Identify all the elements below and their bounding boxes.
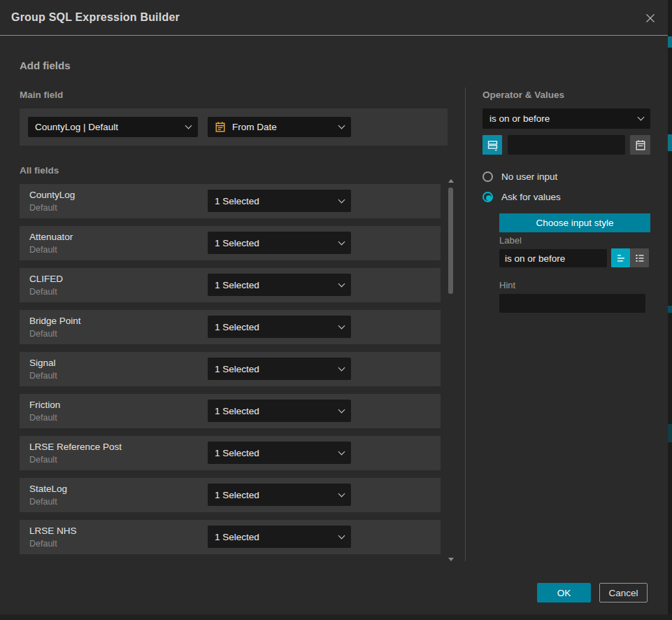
field-name: CountyLog	[29, 190, 75, 200]
ok-button[interactable]: OK	[537, 583, 591, 603]
field-row: StateLog Default 1 Selected	[20, 478, 441, 512]
close-icon[interactable]	[643, 10, 658, 26]
chevron-down-icon	[338, 532, 345, 539]
label-input[interactable]	[499, 249, 607, 267]
chevron-down-icon	[338, 448, 345, 455]
input-style-single-line-button[interactable]	[611, 248, 630, 267]
input-style-list-button[interactable]	[630, 248, 649, 267]
field-selection-value: 1 Selected	[215, 238, 334, 248]
radio-ask-for-values-label: Ask for values	[501, 192, 561, 202]
main-field-heading: Main field	[20, 90, 63, 100]
date-picker-button[interactable]	[630, 135, 650, 155]
radio-circle-icon	[482, 192, 493, 202]
all-fields-list: CountyLog Default 1 Selected Attenuator …	[20, 184, 441, 562]
chevron-down-icon	[338, 490, 345, 497]
field-name: LRSE NHS	[29, 526, 77, 536]
all-fields-heading: All fields	[20, 165, 59, 176]
radio-ask-for-values[interactable]: Ask for values	[482, 192, 561, 202]
date-value-input[interactable]	[508, 135, 625, 155]
field-type: Default	[29, 245, 57, 255]
field-name: Bridge Point	[29, 316, 81, 326]
add-fields-heading: Add fields	[20, 59, 71, 71]
list-scrollbar[interactable]	[448, 179, 455, 561]
background-app-right-edge	[668, 0, 672, 620]
chevron-down-icon	[338, 364, 345, 371]
field-selection-value: 1 Selected	[215, 280, 334, 290]
field-type: Default	[29, 203, 57, 213]
field-row: Friction Default 1 Selected	[20, 394, 441, 428]
field-type: Default	[29, 455, 57, 465]
dialog-title: Group SQL Expression Builder	[11, 11, 180, 24]
field-row: Attenuator Default 1 Selected	[20, 226, 441, 260]
background-teal-fragment	[668, 306, 672, 313]
main-field-box: CountyLog | Default From Date	[20, 108, 448, 146]
scroll-down-arrow-icon[interactable]	[448, 558, 454, 561]
field-selection-value: 1 Selected	[215, 448, 334, 458]
radio-no-user-input[interactable]: No user input	[482, 171, 557, 182]
field-selection-value: 1 Selected	[215, 196, 334, 206]
unique-values-button[interactable]	[482, 135, 502, 155]
hint-caption: Hint	[499, 280, 515, 290]
label-input-wrap	[499, 249, 607, 267]
field-selection-select[interactable]: 1 Selected	[208, 526, 351, 548]
background-teal-fragment	[668, 134, 672, 151]
radio-no-user-input-label: No user input	[501, 171, 557, 182]
chevron-down-icon	[185, 122, 192, 129]
cancel-button[interactable]: Cancel	[599, 583, 648, 603]
background-app-bottom-edge	[0, 614, 672, 620]
scroll-up-arrow-icon[interactable]	[448, 179, 454, 183]
bulleted-list-icon	[634, 253, 645, 264]
field-row: Signal Default 1 Selected	[20, 352, 441, 386]
value-row	[482, 135, 650, 155]
chevron-down-icon	[338, 122, 345, 129]
close-x-glyph	[645, 13, 656, 24]
field-name: StateLog	[29, 484, 67, 494]
field-selection-select[interactable]: 1 Selected	[208, 358, 351, 380]
field-type: Default	[29, 539, 57, 549]
main-layer-select[interactable]: CountyLog | Default	[28, 117, 198, 137]
field-row: LRSE Reference Post Default 1 Selected	[20, 436, 441, 470]
field-name: Attenuator	[29, 232, 73, 242]
operator-values-heading: Operator & Values	[482, 90, 564, 100]
chevron-down-icon	[638, 114, 645, 121]
field-selection-select[interactable]: 1 Selected	[208, 316, 351, 338]
field-selection-select[interactable]: 1 Selected	[208, 442, 351, 464]
field-type: Default	[29, 287, 57, 297]
field-selection-select[interactable]: 1 Selected	[208, 484, 351, 506]
panel-divider	[465, 87, 466, 561]
chevron-down-icon	[338, 238, 345, 245]
main-field-select-value: From Date	[232, 122, 334, 132]
calendar-icon	[215, 121, 226, 133]
background-teal-fragment	[668, 36, 672, 48]
main-layer-select-value: CountyLog | Default	[35, 122, 180, 132]
scrollbar-thumb[interactable]	[448, 188, 453, 294]
field-name: CLIFED	[29, 274, 63, 284]
field-selection-value: 1 Selected	[215, 406, 334, 416]
operator-select[interactable]: is on or before	[482, 108, 650, 129]
field-selection-value: 1 Selected	[215, 322, 334, 332]
field-type: Default	[29, 371, 57, 381]
chevron-down-icon	[338, 280, 345, 287]
operator-select-value: is on or before	[489, 113, 633, 124]
calendar-icon	[635, 139, 646, 151]
field-row: CountyLog Default 1 Selected	[20, 184, 441, 218]
field-selection-value: 1 Selected	[215, 364, 334, 374]
chevron-down-icon	[338, 322, 345, 329]
field-name: LRSE Reference Post	[29, 442, 122, 452]
main-field-select[interactable]: From Date	[208, 117, 351, 137]
field-selection-select[interactable]: 1 Selected	[208, 232, 351, 254]
radio-circle-icon	[482, 171, 493, 182]
background-teal-fragment	[668, 424, 672, 442]
chevron-down-icon	[338, 196, 345, 203]
hint-input[interactable]	[499, 294, 645, 313]
field-selection-select[interactable]: 1 Selected	[208, 274, 351, 296]
field-selection-value: 1 Selected	[215, 490, 334, 500]
field-selection-select[interactable]: 1 Selected	[208, 190, 351, 212]
choose-input-style-button[interactable]: Choose input style	[499, 213, 650, 232]
field-name: Signal	[29, 358, 56, 368]
field-name: Friction	[29, 400, 60, 410]
field-selection-select[interactable]: 1 Selected	[208, 400, 351, 422]
hint-input-wrap	[499, 294, 645, 313]
align-lines-icon	[615, 253, 627, 264]
label-caption: Label	[499, 235, 522, 246]
